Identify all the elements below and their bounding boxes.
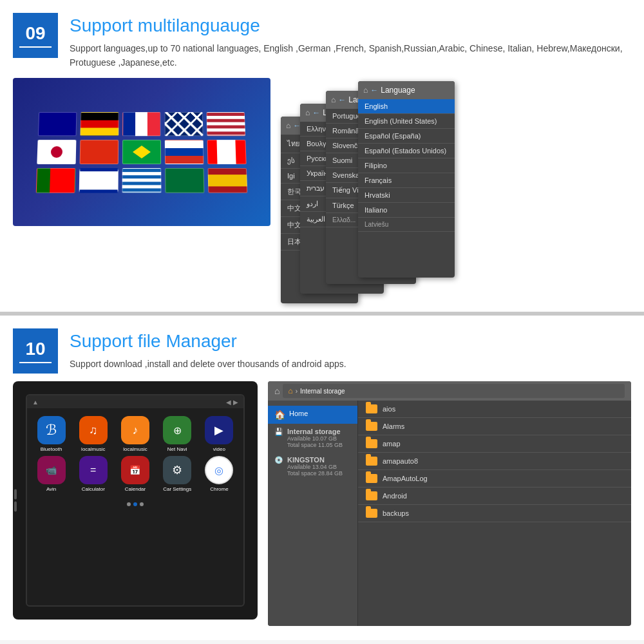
fm-sidebar-internal[interactable]: 💾 Internal storage Available 10.07 GB To… bbox=[268, 424, 357, 452]
fm-internal-info: Internal storage Available 10.07 GB Tota… bbox=[287, 428, 343, 448]
section-10-number: 10 bbox=[13, 328, 58, 374]
car-device-image: ▲ ◀ ▶ ℬ Bluetooth ♫ localmusic bbox=[13, 381, 258, 620]
fm-main: aios Alarms amap amapauto8 bbox=[358, 401, 631, 626]
panel-4-item-7[interactable]: Italiano bbox=[358, 203, 455, 218]
panel-3-arrow: ← bbox=[338, 95, 346, 104]
file-name-aios: aios bbox=[383, 405, 395, 413]
fm-home-label: Home bbox=[289, 410, 308, 417]
section-10-header: 10 Support file Manager Support download… bbox=[13, 328, 631, 374]
file-name-amap: amap bbox=[383, 440, 401, 448]
flag-pt bbox=[36, 168, 76, 193]
section-09-header: 09 Support multilanguauge Support langua… bbox=[13, 13, 631, 70]
panel-4-item-2[interactable]: Español (España) bbox=[358, 129, 455, 144]
panel-4-item-selected[interactable]: English bbox=[358, 99, 455, 114]
section-10-title: Support file Manager bbox=[70, 331, 346, 352]
folder-icon-amapautolog bbox=[366, 474, 377, 483]
flag-fr bbox=[122, 112, 161, 136]
file-name-android: Android bbox=[383, 492, 407, 500]
section-09: 09 Support multilanguauge Support langua… bbox=[0, 0, 644, 316]
fm-internal-detail1: Available 10.07 GB bbox=[287, 435, 343, 442]
app-video[interactable]: ▶ video bbox=[200, 416, 238, 452]
flag-gb bbox=[165, 112, 204, 136]
section-09-title-area: Support multilanguauge Support languages… bbox=[70, 13, 631, 70]
folder-icon-amap bbox=[366, 439, 377, 448]
fm-internal-name: Internal storage bbox=[287, 428, 343, 435]
flag-de bbox=[80, 112, 119, 136]
file-item-amapauto8[interactable]: amapauto8 bbox=[358, 453, 631, 470]
panel-4-item-5[interactable]: Français bbox=[358, 173, 455, 188]
panel-4-header: ⌂ ← Language bbox=[358, 81, 455, 99]
section-09-title: Support multilanguauge bbox=[70, 15, 631, 36]
fm-header: ⌂ ⌂ › Internal storage bbox=[268, 381, 631, 401]
section-09-content: ⌂ ← Lang ไทย ეს Igi 한국어 中文 (简体) 中文 (繁體) … bbox=[13, 78, 631, 290]
file-name-amapauto8: amapauto8 bbox=[383, 457, 418, 465]
panel-4-item-4[interactable]: Filipino bbox=[358, 158, 455, 173]
fm-sidebar: 🏠 Home 💾 Internal storage Available 10.0… bbox=[268, 401, 358, 626]
fm-kingston-name: KINGSTON bbox=[287, 456, 343, 464]
fm-chevron: › bbox=[296, 388, 298, 395]
panel-2-arrow: ← bbox=[312, 108, 320, 117]
file-item-android[interactable]: Android bbox=[358, 488, 631, 505]
panel-1-home-icon: ⌂ bbox=[286, 121, 290, 130]
fm-internal-detail2: Total space 11.05 GB bbox=[287, 442, 343, 448]
fm-home-sidebar-icon: 🏠 bbox=[274, 410, 285, 420]
fm-kingston-detail1: Available 13.04 GB bbox=[287, 464, 343, 470]
flag-cn bbox=[80, 140, 119, 164]
lang-panel-4: ⌂ ← Language English English (United Sta… bbox=[358, 81, 455, 278]
flag-gr bbox=[122, 168, 162, 193]
flags-grid bbox=[25, 102, 258, 203]
app-calendar[interactable]: 📅 Calendar bbox=[116, 456, 154, 492]
panel-4-item-3[interactable]: Español (Estados Unidos) bbox=[358, 144, 455, 158]
app-car-settings[interactable]: ⚙ Car Settings bbox=[158, 456, 196, 492]
folder-icon-aios bbox=[366, 404, 377, 413]
file-item-aios[interactable]: aios bbox=[358, 401, 631, 418]
fm-path: Internal storage bbox=[300, 388, 345, 395]
flag-ca bbox=[207, 140, 247, 164]
app-calculator[interactable]: = Calculator bbox=[74, 456, 112, 492]
file-manager-panel: ⌂ ⌂ › Internal storage 🏠 Home 💾 bbox=[268, 381, 631, 626]
file-item-alarms[interactable]: Alarms bbox=[358, 418, 631, 435]
panel-4-title: Language bbox=[381, 86, 415, 95]
panel-4-item-8[interactable]: Latviešu bbox=[358, 218, 455, 232]
fm-kingston-info: KINGSTON Available 13.04 GB Total space … bbox=[287, 456, 343, 477]
flag-sa bbox=[165, 168, 204, 193]
file-name-backups: backups bbox=[383, 509, 409, 517]
flag-ru bbox=[165, 140, 204, 164]
language-panels: ⌂ ← Lang ไทย ეს Igi 한국어 中文 (简体) 中文 (繁體) … bbox=[281, 78, 631, 290]
panel-4-item-6[interactable]: Hrvatski bbox=[358, 188, 455, 203]
folder-icon-android bbox=[366, 491, 377, 500]
folder-icon-backups bbox=[366, 509, 377, 518]
flags-image bbox=[13, 78, 270, 226]
folder-icon-alarms bbox=[366, 422, 377, 431]
file-item-amap[interactable]: amap bbox=[358, 435, 631, 453]
file-name-amapautolog: AmapAutoLog bbox=[383, 475, 428, 482]
section-10-content: ▲ ◀ ▶ ℬ Bluetooth ♫ localmusic bbox=[13, 381, 631, 626]
section-10-title-area: Support file Manager Support download ,i… bbox=[70, 328, 346, 371]
fm-sidebar-kingston[interactable]: 💿 KINGSTON Available 13.04 GB Total spac… bbox=[268, 452, 357, 480]
section-10-desc: Support download ,install and delete ove… bbox=[70, 357, 346, 371]
panel-4-home-icon: ⌂ bbox=[363, 86, 368, 95]
section-09-desc: Support languages,up to 70 national lang… bbox=[70, 41, 631, 70]
flag-au bbox=[38, 112, 77, 136]
panel-3-home-icon: ⌂ bbox=[331, 95, 336, 104]
fm-sidebar-home[interactable]: 🏠 Home bbox=[268, 406, 357, 424]
fm-home-nav: ⌂ bbox=[288, 386, 292, 395]
file-item-amapautolog[interactable]: AmapAutoLog bbox=[358, 470, 631, 488]
file-item-backups[interactable]: backups bbox=[358, 505, 631, 522]
flag-us bbox=[207, 112, 246, 136]
app-chrome[interactable]: ◎ Chrome bbox=[200, 456, 238, 492]
panel-4-arrow: ← bbox=[370, 86, 378, 95]
app-bluetooth[interactable]: ℬ Bluetooth bbox=[32, 416, 70, 452]
flag-il bbox=[79, 168, 118, 193]
app-localmusic1[interactable]: ♫ localmusic bbox=[74, 416, 112, 452]
panel-4-item-1[interactable]: English (United States) bbox=[358, 114, 455, 129]
section-10: 10 Support file Manager Support download… bbox=[0, 316, 644, 640]
flag-br bbox=[122, 140, 161, 164]
app-netnavi[interactable]: ⊕ Net Navi bbox=[158, 416, 196, 452]
app-avin[interactable]: 📹 Avin bbox=[32, 456, 70, 492]
file-name-alarms: Alarms bbox=[383, 422, 404, 430]
fm-kingston-detail2: Total space 28.84 GB bbox=[287, 470, 343, 477]
fm-home-icon: ⌂ bbox=[274, 386, 279, 396]
fm-internal-icon: 💾 bbox=[274, 428, 283, 436]
app-localmusic2[interactable]: ♪ localmusic bbox=[116, 416, 154, 452]
